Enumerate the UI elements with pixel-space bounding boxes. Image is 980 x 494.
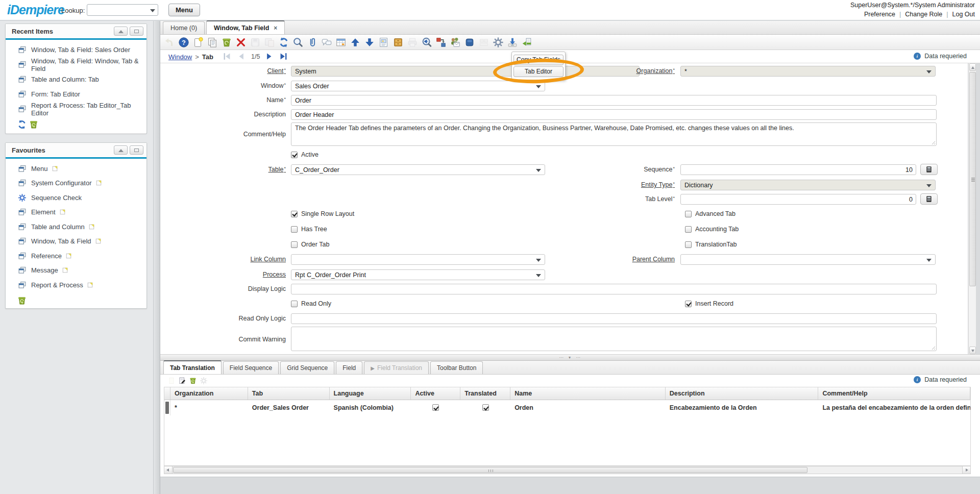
column-header-name[interactable]: Name [510, 387, 666, 400]
single-row-layout-checkbox[interactable] [291, 211, 298, 217]
zoom-across-icon[interactable] [421, 37, 432, 48]
delete-record-icon[interactable] [221, 37, 232, 48]
active-workflow-icon[interactable] [435, 37, 447, 48]
favourite-item-reference[interactable]: Reference [6, 249, 146, 263]
scrollbar-thumb[interactable] [173, 467, 807, 473]
parent-column-field[interactable] [680, 254, 936, 265]
copy-tab-fields-button[interactable]: Copy Tab Fields [513, 55, 564, 65]
lookup-combobox[interactable] [87, 4, 158, 16]
row-selector[interactable] [164, 400, 170, 415]
first-record-icon[interactable] [222, 52, 232, 61]
commit-warning-field[interactable] [291, 327, 937, 351]
detail-tab-field[interactable]: Field [336, 361, 362, 374]
organization-label[interactable]: Organization [587, 67, 675, 75]
edit-row-icon[interactable] [178, 377, 186, 385]
translation-tab-checkbox[interactable] [685, 241, 692, 248]
requests-icon[interactable] [450, 37, 461, 48]
sequence-field[interactable]: 10 [680, 164, 916, 175]
active-checkbox[interactable] [291, 152, 298, 158]
close-icon[interactable]: × [274, 24, 277, 32]
comment-help-field[interactable]: The Order Header Tab defines the paramet… [291, 122, 937, 146]
detail-tab-field-sequence[interactable]: Field Sequence [223, 361, 279, 374]
preference-link[interactable]: Preference [864, 11, 895, 18]
next-record-icon[interactable] [264, 52, 274, 61]
previous-record-icon[interactable] [236, 52, 246, 61]
maximize-panel-button[interactable] [130, 145, 143, 155]
recent-item[interactable]: Window, Tab & Field: Sales Order [6, 42, 146, 57]
link-column-field[interactable] [291, 254, 545, 265]
note-icon[interactable] [87, 282, 93, 288]
organization-field[interactable]: * [680, 66, 936, 77]
scroll-right-button[interactable] [962, 466, 970, 474]
attachment-icon[interactable] [307, 37, 318, 48]
chevron-down-icon[interactable] [150, 9, 155, 12]
process-field[interactable]: Rpt C_Order_Order Print [291, 269, 545, 280]
column-header-tab[interactable]: Tab [248, 387, 330, 400]
chevron-down-icon[interactable] [536, 274, 541, 277]
refresh-icon[interactable] [278, 37, 289, 48]
detail-tab-toolbar-button[interactable]: Toolbar Button [430, 361, 483, 374]
translated-checkbox[interactable] [482, 404, 489, 411]
recent-item[interactable]: Report & Process: Tab Editor_Tab Editor [6, 102, 146, 116]
export-icon[interactable] [507, 37, 518, 48]
grid-toggle-icon[interactable] [335, 37, 347, 48]
file-import-icon[interactable] [521, 37, 532, 48]
scroll-up-button[interactable] [969, 63, 976, 71]
sidebar-splitter[interactable] [153, 21, 160, 494]
help-icon[interactable]: ? [178, 37, 189, 48]
chevron-down-icon[interactable] [536, 169, 541, 172]
ignore-icon[interactable] [164, 37, 175, 48]
tab-home-0[interactable]: Home (0) [163, 21, 205, 34]
tab-window-tab-field[interactable]: Window, Tab Field× [206, 20, 285, 34]
favourite-item-window-tab-field[interactable]: Window, Tab & Field [6, 234, 146, 249]
detail-tab-grid-sequence[interactable]: Grid Sequence [280, 361, 334, 374]
advanced-tab-checkbox[interactable] [685, 211, 692, 217]
scroll-left-button[interactable] [164, 466, 173, 474]
description-field[interactable]: Order Header [291, 109, 937, 120]
note-icon[interactable] [62, 267, 68, 274]
detail-record-icon[interactable] [364, 37, 375, 48]
save-icon[interactable] [250, 37, 261, 48]
read-only-logic-field[interactable] [291, 313, 937, 324]
link-column-label[interactable]: Link Column [160, 256, 286, 263]
trash-icon[interactable] [17, 295, 27, 306]
column-header-active[interactable]: Active [411, 387, 460, 400]
recent-item[interactable]: Form: Tab Editor [6, 87, 146, 102]
tab-level-field[interactable]: 0 [680, 194, 916, 205]
parent-record-icon[interactable] [350, 37, 361, 48]
favourite-item-message[interactable]: Message [6, 263, 146, 278]
active-checkbox[interactable] [432, 404, 439, 411]
scrollbar-thumb[interactable] [969, 72, 976, 286]
collapse-panel-button[interactable] [114, 145, 128, 155]
maximize-panel-button[interactable] [130, 27, 143, 36]
print-icon[interactable] [407, 37, 418, 48]
favourite-item-table-and-column[interactable]: Table and Column [6, 219, 146, 234]
last-record-icon[interactable] [279, 52, 288, 61]
process-row-icon[interactable] [200, 377, 208, 385]
new-record-icon[interactable] [192, 37, 204, 48]
favourite-item-element[interactable]: Element [6, 205, 146, 220]
column-header-description[interactable]: Description [666, 387, 819, 400]
column-header-language[interactable]: Language [330, 387, 411, 400]
trash-icon[interactable] [29, 119, 39, 130]
refresh-icon[interactable] [17, 119, 27, 130]
order-tab-checkbox[interactable] [291, 241, 298, 248]
recent-item[interactable]: Window, Tab & Field: Window, Tab & Field [6, 57, 146, 72]
breadcrumb-window-link[interactable]: Window [168, 53, 192, 61]
entity-type-field[interactable]: Dictionary [680, 180, 936, 190]
collapse-panel-button[interactable] [114, 27, 128, 36]
column-header-organization[interactable]: Organization [170, 387, 248, 400]
customize-icon[interactable] [478, 37, 489, 48]
calculator-button[interactable] [920, 164, 938, 175]
tab-editor-button[interactable]: Tab Editor [513, 66, 564, 77]
window-field[interactable]: Sales Order [291, 81, 545, 91]
note-icon[interactable] [95, 180, 102, 186]
scroll-down-button[interactable] [969, 347, 976, 354]
calculator-button[interactable] [920, 193, 938, 205]
note-icon[interactable] [52, 165, 58, 172]
note-icon[interactable] [95, 238, 102, 244]
client-label[interactable]: Client [160, 67, 286, 75]
note-icon[interactable] [59, 209, 66, 215]
new-row-icon[interactable] [167, 377, 176, 385]
accounting-tab-checkbox[interactable] [685, 226, 692, 233]
